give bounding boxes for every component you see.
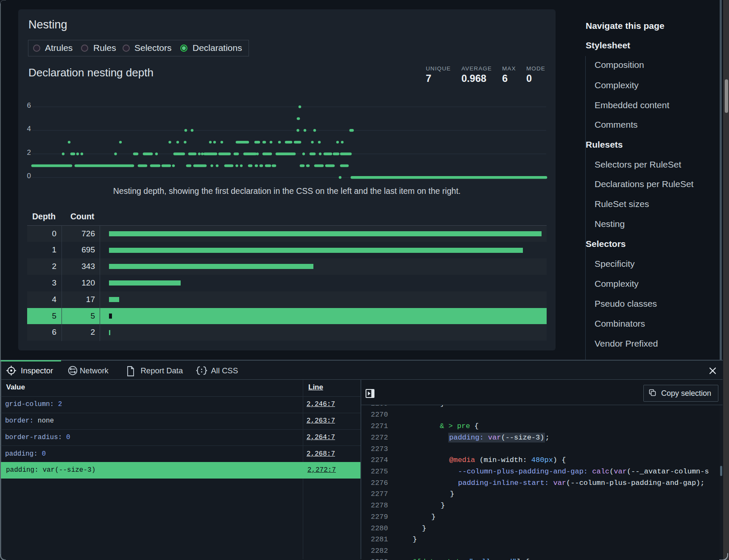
svg-text:4: 4 — [27, 125, 31, 133]
svg-text:0: 0 — [27, 172, 31, 180]
svg-text:6: 6 — [27, 101, 31, 109]
svg-text:2: 2 — [27, 148, 31, 157]
